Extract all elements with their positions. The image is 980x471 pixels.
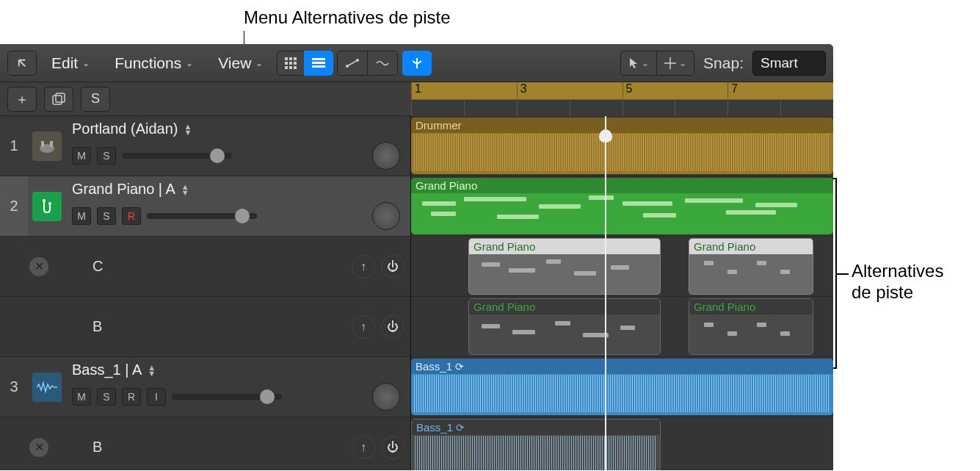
pointer-icon <box>628 57 639 70</box>
svg-rect-0 <box>285 57 288 60</box>
region-alt-c-1[interactable]: Grand Piano <box>468 238 661 295</box>
updown-icon: ▲▼ <box>184 123 192 135</box>
catch-playhead-button[interactable] <box>402 51 432 76</box>
track-alternatives-menu[interactable]: Bass_1 | A ▲▼ <box>72 362 404 378</box>
region-alt-b-1[interactable]: Grand Piano <box>468 298 661 355</box>
region-alt-c-2[interactable]: Grand Piano <box>689 238 813 295</box>
global-solo-button[interactable]: S <box>81 87 110 112</box>
svg-rect-11 <box>312 65 325 68</box>
add-track-button[interactable]: ＋ <box>7 87 37 112</box>
track-icon-slot <box>28 116 66 176</box>
solo-button[interactable]: S <box>97 388 116 406</box>
lane-bass-main[interactable]: Bass_1⟳ <box>411 357 833 417</box>
close-alternatives-button[interactable]: ✕ <box>29 438 48 457</box>
input-monitor-button[interactable]: I <box>147 388 166 406</box>
region-title: Grand Piano <box>689 299 813 314</box>
mute-button[interactable]: M <box>72 207 91 225</box>
loop-icon: ⟳ <box>455 361 464 373</box>
audio-waveform-icon <box>32 373 62 402</box>
functions-menu[interactable]: Functions⌄ <box>104 51 203 76</box>
pan-knob[interactable] <box>372 383 400 411</box>
ruler[interactable]: 1 3 5 7 <box>411 82 833 116</box>
playhead[interactable] <box>605 116 606 470</box>
callout-text: Alternatives <box>852 261 943 281</box>
pan-knob[interactable] <box>372 202 400 230</box>
solo-button[interactable]: S <box>97 207 116 225</box>
track-alternative-row-b[interactable]: B ↑ ⏻ <box>0 297 410 357</box>
activate-alternative-button[interactable]: ↑ <box>352 255 375 278</box>
arrange-area[interactable]: Drummer Grand Piano Grand Piano <box>411 116 833 470</box>
snap-select[interactable]: Smart <box>752 51 826 76</box>
automation-group <box>338 51 398 76</box>
close-icon: ✕ <box>35 259 44 273</box>
track-headers: 1 Portland (Aidan) ▲▼ M S <box>0 116 411 470</box>
lane-piano-alt-b[interactable]: Grand Piano Grand Piano <box>411 297 833 357</box>
region-drummer[interactable]: Drummer <box>411 118 833 174</box>
back-up-button[interactable] <box>7 51 37 76</box>
power-alternative-button[interactable]: ⏻ <box>381 436 404 459</box>
plus-icon: ＋ <box>15 90 29 108</box>
flex-button[interactable] <box>367 51 398 76</box>
record-enable-button[interactable]: R <box>122 388 141 406</box>
midi-notes <box>472 255 657 291</box>
pointer-tool[interactable]: ⌄ <box>620 51 657 76</box>
region-bass-alt[interactable]: Bass_1⟳ <box>411 419 661 470</box>
mute-button[interactable]: M <box>72 388 91 406</box>
menu-label: View <box>218 54 251 72</box>
activate-alternative-button[interactable]: ↑ <box>352 436 375 459</box>
svg-rect-4 <box>289 62 292 65</box>
chevron-down-icon: ⌄ <box>255 58 263 68</box>
activate-alternative-button[interactable]: ↑ <box>352 315 375 339</box>
view-menu[interactable]: View⌄ <box>208 51 273 76</box>
track-header-2[interactable]: 2 Grand Piano | A ▲▼ M S R <box>0 176 410 237</box>
loop-icon: ⟳ <box>456 422 465 434</box>
close-alternatives-button[interactable]: ✕ <box>29 257 48 276</box>
svg-rect-6 <box>285 66 288 69</box>
volume-slider[interactable] <box>147 213 257 219</box>
record-enable-button[interactable]: R <box>122 207 141 225</box>
region-alt-b-2[interactable]: Grand Piano <box>689 298 813 355</box>
track-icon-slot <box>28 357 66 417</box>
updown-icon: ▲▼ <box>148 364 156 376</box>
power-alternative-button[interactable]: ⏻ <box>381 255 404 278</box>
crosshair-icon <box>664 57 676 69</box>
bar-marker: 1 <box>411 82 517 99</box>
duplicate-track-button[interactable] <box>44 87 73 112</box>
lane-drummer[interactable]: Drummer <box>411 116 833 176</box>
track-header-3[interactable]: 3 Bass_1 | A ▲▼ M S R I <box>0 357 410 417</box>
pan-knob[interactable] <box>372 142 400 170</box>
software-instrument-icon <box>32 192 62 221</box>
lane-piano-main[interactable]: Grand Piano <box>411 176 833 237</box>
lane-bass-alt-b[interactable]: Bass_1⟳ <box>411 417 833 470</box>
mute-button[interactable]: M <box>72 147 91 165</box>
track-header-1[interactable]: 1 Portland (Aidan) ▲▼ M S <box>0 116 410 176</box>
lane-piano-alt-c[interactable]: Grand Piano Grand Piano <box>411 237 833 297</box>
region-title: Grand Piano <box>411 178 833 193</box>
midi-notes <box>692 315 810 351</box>
volume-slider[interactable] <box>172 394 282 400</box>
svg-rect-5 <box>294 62 297 65</box>
region-bass[interactable]: Bass_1⟳ <box>411 359 833 415</box>
callout-top: Menu Alternatives de piste <box>244 7 451 29</box>
grid-view-button[interactable] <box>277 51 305 76</box>
power-alternative-button[interactable]: ⏻ <box>381 315 404 339</box>
region-grand-piano[interactable]: Grand Piano <box>411 178 833 234</box>
region-title: Grand Piano <box>689 239 813 254</box>
volume-slider[interactable] <box>122 153 232 159</box>
svg-point-26 <box>48 202 51 205</box>
list-view-button[interactable] <box>304 51 333 76</box>
track-alternatives-menu[interactable]: Portland (Aidan) ▲▼ <box>72 121 404 137</box>
solo-button[interactable]: S <box>97 147 116 165</box>
secondary-tool[interactable]: ⌄ <box>656 51 694 76</box>
automation-curve-button[interactable] <box>337 51 368 76</box>
callout-bracket <box>835 273 849 275</box>
drum-kit-icon <box>32 132 62 161</box>
track-alternatives-menu[interactable]: Grand Piano | A ▲▼ <box>72 181 404 198</box>
flex-icon <box>375 58 390 68</box>
snap-label: Snap: <box>703 54 744 72</box>
track-number: 3 <box>0 357 28 417</box>
svg-rect-3 <box>285 62 288 65</box>
edit-menu[interactable]: Edit⌄ <box>41 51 100 76</box>
track-alternative-row-bass-b[interactable]: ✕ B ↑ ⏻ <box>0 417 410 470</box>
track-alternative-row-c[interactable]: ✕ C ↑ ⏻ <box>0 237 410 297</box>
